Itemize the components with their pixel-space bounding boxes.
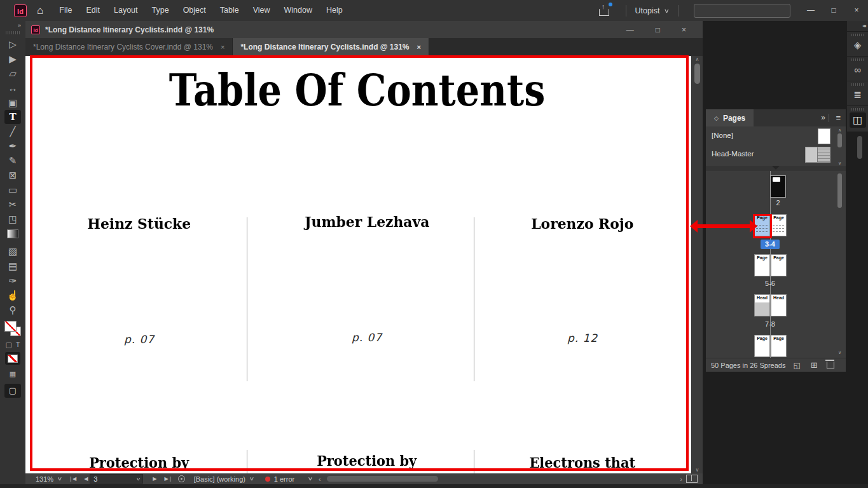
masters-scrollbar[interactable]: ∧ ∨: [836, 128, 844, 166]
preflight-profile[interactable]: [Basic] (working): [194, 475, 245, 483]
menu-object[interactable]: Object: [176, 0, 213, 21]
formatting-toggle[interactable]: ▢ T: [0, 339, 25, 350]
menu-layout[interactable]: Layout: [107, 0, 145, 21]
scrollbar-thumb[interactable]: [694, 64, 700, 84]
doc-close-button[interactable]: ×: [682, 25, 686, 34]
page-dropdown-icon[interactable]: ∨: [136, 477, 144, 482]
properties-icon[interactable]: ≣: [847, 88, 868, 102]
split-view-icon[interactable]: [686, 475, 698, 483]
document-window-titlebar[interactable]: Id *Long Distance Itinerary Cyclists.ind…: [25, 21, 703, 38]
menu-window[interactable]: Window: [277, 0, 319, 21]
apply-none-button[interactable]: [5, 352, 20, 365]
dock-item-links[interactable]: ∞: [847, 57, 868, 81]
app-minimize-button[interactable]: —: [799, 0, 822, 21]
app-restore-button[interactable]: □: [822, 0, 845, 21]
error-count[interactable]: 1 error: [274, 475, 294, 483]
menu-help[interactable]: Help: [319, 0, 350, 21]
app-close-button[interactable]: ×: [845, 0, 868, 21]
panel-divider[interactable]: [706, 166, 846, 171]
panel-expand-icon[interactable]: »: [821, 109, 825, 126]
scroll-down-icon[interactable]: ∨: [836, 161, 844, 166]
doc-restore-button[interactable]: □: [656, 25, 660, 34]
page-transition-icon[interactable]: ◱: [793, 361, 800, 370]
page-thumbnail-10[interactable]: Page: [771, 335, 787, 357]
pencil-tool[interactable]: ✎: [0, 153, 25, 168]
menu-type[interactable]: Type: [145, 0, 176, 21]
scroll-up-icon[interactable]: ∧: [836, 128, 844, 133]
document-canvas[interactable]: Table Of Contents Heinz Stücke Jumber Le…: [25, 56, 691, 473]
scrollbar-thumb[interactable]: [327, 476, 438, 482]
tools-grip[interactable]: [6, 31, 20, 34]
tab-main-document[interactable]: *Long Distance Itinerary Cyclists.indd @…: [233, 38, 429, 56]
rectangle-tool[interactable]: ▭: [0, 182, 25, 197]
master-row-none[interactable]: [None]: [706, 126, 846, 145]
scroll-left-icon[interactable]: ‹: [319, 475, 321, 483]
links-icon[interactable]: ∞: [847, 63, 868, 77]
dock-item-properties[interactable]: ≣: [847, 81, 868, 105]
close-icon[interactable]: ×: [221, 43, 224, 51]
spread-label[interactable]: 2: [770, 199, 786, 207]
first-page-button[interactable]: ◀: [71, 476, 76, 482]
free-transform-tool[interactable]: ◳: [0, 212, 25, 226]
page-thumbnail-8[interactable]: Head: [771, 294, 787, 316]
gap-tool[interactable]: ↔: [0, 81, 25, 95]
tab-cover-document[interactable]: *Long Distance Itinerary Cyclists Cover.…: [25, 38, 233, 56]
spread-label-selected[interactable]: 3-4: [761, 240, 780, 249]
view-extras-icon[interactable]: ▦: [0, 367, 25, 381]
menu-table[interactable]: Table: [213, 0, 246, 21]
gradient-feather-tool[interactable]: ▨: [0, 244, 25, 259]
previous-page-button[interactable]: ◀: [84, 476, 88, 482]
page-thumbnail-2[interactable]: [770, 175, 786, 198]
formatting-container-icon[interactable]: ▢: [5, 341, 11, 349]
workspace-switcher[interactable]: Utopist ∨: [633, 6, 672, 15]
selection-tool[interactable]: ▷: [0, 37, 25, 51]
scrollbar-thumb[interactable]: [837, 173, 842, 208]
scissors-tool[interactable]: ✂: [0, 197, 25, 212]
grip-handle[interactable]: [851, 108, 864, 111]
zoom-tool[interactable]: ⚲: [0, 302, 25, 317]
search-input[interactable]: [694, 4, 790, 18]
menu-file[interactable]: File: [52, 0, 79, 21]
error-chevron-icon[interactable]: ∨: [308, 476, 313, 482]
layers-icon[interactable]: ◈: [847, 38, 868, 52]
horizontal-scrollbar[interactable]: [324, 475, 677, 482]
dock-item-layers[interactable]: ◈: [847, 32, 868, 56]
gradient-tool[interactable]: [0, 229, 25, 244]
dock-scrollbar-thumb[interactable]: [857, 136, 862, 159]
frame-tool[interactable]: ⊠: [0, 168, 25, 182]
delete-page-icon[interactable]: [827, 362, 834, 369]
page-thumbnail-9[interactable]: Page: [754, 335, 770, 357]
type-tool[interactable]: T: [4, 110, 21, 124]
screen-mode-button[interactable]: ▢: [4, 384, 21, 398]
formatting-text-icon[interactable]: T: [16, 341, 20, 348]
master-row-head-master[interactable]: Head-Master: [706, 145, 846, 163]
grip-handle[interactable]: [851, 83, 864, 86]
page-number-field[interactable]: 3 ∨: [90, 474, 143, 484]
share-icon[interactable]: ↑: [598, 5, 610, 17]
page-tool[interactable]: ▱: [0, 66, 25, 81]
note-tool[interactable]: ▤: [0, 259, 25, 273]
vertical-scrollbar[interactable]: ∧ ∨: [691, 56, 703, 473]
scroll-down-icon[interactable]: ∨: [692, 467, 703, 473]
tools-expand-icon[interactable]: »: [0, 21, 25, 30]
spread-label[interactable]: 5-6: [762, 280, 778, 287]
scroll-up-icon[interactable]: ∧: [692, 57, 703, 62]
close-icon[interactable]: ×: [417, 43, 421, 51]
grip-handle[interactable]: [851, 58, 864, 61]
home-icon[interactable]: ⌂: [37, 4, 43, 17]
pen-tool[interactable]: ✒: [0, 139, 25, 153]
zoom-chevron-icon[interactable]: ∨: [57, 476, 63, 482]
page-thumbnail-3[interactable]: Page: [754, 214, 770, 236]
pages-icon[interactable]: ◫: [850, 112, 866, 128]
page-thumbnail-4[interactable]: Page: [771, 214, 787, 236]
master-thumbnail[interactable]: [818, 128, 830, 144]
zoom-level[interactable]: 131%: [36, 475, 53, 483]
menu-edit[interactable]: Edit: [79, 0, 107, 21]
pages-scrollbar[interactable]: ∨: [836, 172, 844, 356]
dock-item-pages[interactable]: ◫: [847, 106, 868, 132]
doc-minimize-button[interactable]: —: [626, 25, 634, 34]
preflight-chevron-icon[interactable]: ∨: [249, 476, 254, 482]
eyedropper-tool[interactable]: ✑: [0, 273, 25, 288]
new-spread-icon[interactable]: ⊞: [811, 360, 818, 370]
grip-handle[interactable]: [851, 34, 864, 36]
